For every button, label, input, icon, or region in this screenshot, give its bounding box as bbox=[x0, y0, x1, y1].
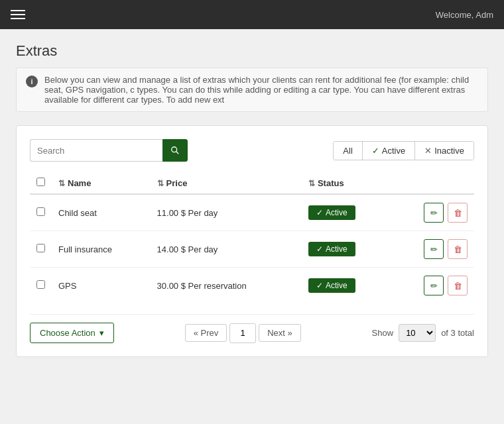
show-select[interactable]: 10 25 50 100 bbox=[399, 324, 436, 342]
main-card: All ✓Active ✕Inactive ⇅Name ⇅Price ⇅Stat… bbox=[16, 125, 488, 357]
row-checkbox-2[interactable] bbox=[36, 280, 45, 289]
row-status: ✓ Active bbox=[302, 231, 390, 268]
bottom-row: Choose Action ▾ « Prev Next » Show 10 25… bbox=[30, 314, 474, 343]
row-checkbox-cell bbox=[30, 231, 52, 268]
row-status: ✓ Active bbox=[302, 194, 390, 231]
select-all-header bbox=[30, 172, 52, 194]
row-checkbox-1[interactable] bbox=[36, 244, 45, 252]
row-name: Full insurance bbox=[52, 231, 151, 268]
select-all-checkbox[interactable] bbox=[36, 178, 45, 186]
row-checkbox-cell bbox=[30, 194, 52, 231]
row-status: ✓ Active bbox=[302, 268, 390, 304]
extras-table: ⇅Name ⇅Price ⇅Status Child seat 11.00 $ … bbox=[30, 172, 474, 303]
row-name: Child seat bbox=[52, 194, 151, 231]
row-price: 11.00 $ Per day bbox=[151, 194, 302, 231]
choose-action-button[interactable]: Choose Action ▾ bbox=[30, 323, 114, 343]
show-total-area: Show 10 25 50 100 of 3 total bbox=[372, 324, 474, 342]
col-name: ⇅Name bbox=[52, 172, 151, 194]
filter-buttons: All ✓Active ✕Inactive bbox=[333, 141, 474, 160]
action-buttons: ✏ 🗑 bbox=[397, 203, 468, 223]
row-actions: ✏ 🗑 bbox=[390, 194, 474, 231]
next-page-button[interactable]: Next » bbox=[259, 324, 301, 342]
check-icon: ✓ bbox=[316, 208, 323, 217]
row-price: 30.00 $ Per reservation bbox=[151, 268, 302, 304]
check-icon: ✓ bbox=[316, 244, 323, 254]
page-number-input[interactable] bbox=[229, 323, 256, 343]
filter-all-button[interactable]: All bbox=[334, 142, 362, 160]
edit-button[interactable]: ✏ bbox=[424, 239, 444, 259]
check-icon: ✓ bbox=[316, 281, 323, 290]
dropdown-caret-icon: ▾ bbox=[99, 328, 104, 338]
row-checkbox-cell bbox=[30, 268, 52, 304]
delete-button[interactable]: 🗑 bbox=[448, 239, 468, 259]
search-icon bbox=[170, 146, 180, 155]
delete-button[interactable]: 🗑 bbox=[448, 276, 468, 295]
col-price: ⇅Price bbox=[151, 172, 302, 194]
total-label: of 3 total bbox=[441, 328, 474, 338]
status-badge: ✓ Active bbox=[308, 205, 355, 220]
row-actions: ✏ 🗑 bbox=[390, 231, 474, 268]
table-row: GPS 30.00 $ Per reservation ✓ Active ✏ 🗑 bbox=[30, 268, 474, 304]
row-price: 14.00 $ Per day bbox=[151, 231, 302, 268]
info-text: Below you can view and manage a list of … bbox=[44, 75, 478, 105]
delete-button[interactable]: 🗑 bbox=[448, 203, 468, 223]
row-name: GPS bbox=[52, 268, 151, 304]
search-button[interactable] bbox=[162, 139, 188, 162]
prev-page-button[interactable]: « Prev bbox=[185, 324, 227, 342]
search-input[interactable] bbox=[30, 139, 162, 162]
info-bar: i Below you can view and manage a list o… bbox=[16, 68, 488, 112]
svg-point-0 bbox=[172, 147, 177, 152]
col-status: ⇅Status bbox=[302, 172, 390, 194]
pagination: « Prev Next » bbox=[185, 323, 301, 343]
action-buttons: ✏ 🗑 bbox=[397, 276, 468, 295]
info-icon: i bbox=[26, 76, 38, 87]
edit-button[interactable]: ✏ bbox=[424, 276, 444, 295]
filter-inactive-button[interactable]: ✕Inactive bbox=[415, 142, 473, 160]
search-filter-row: All ✓Active ✕Inactive bbox=[30, 139, 474, 162]
page-title: Extras bbox=[16, 42, 488, 60]
edit-button[interactable]: ✏ bbox=[424, 203, 444, 223]
svg-line-1 bbox=[176, 152, 179, 154]
col-actions bbox=[390, 172, 474, 194]
table-row: Child seat 11.00 $ Per day ✓ Active ✏ 🗑 bbox=[30, 194, 474, 231]
action-buttons: ✏ 🗑 bbox=[397, 239, 468, 259]
row-checkbox-0[interactable] bbox=[36, 207, 45, 216]
status-badge: ✓ Active bbox=[308, 278, 355, 293]
status-badge: ✓ Active bbox=[308, 242, 355, 256]
row-actions: ✏ 🗑 bbox=[390, 268, 474, 304]
page-content: Extras i Below you can view and manage a… bbox=[0, 29, 504, 370]
table-row: Full insurance 14.00 $ Per day ✓ Active … bbox=[30, 231, 474, 268]
filter-active-button[interactable]: ✓Active bbox=[363, 142, 415, 160]
hamburger-menu[interactable] bbox=[11, 10, 25, 19]
show-label: Show bbox=[372, 328, 394, 338]
choose-action-label: Choose Action bbox=[40, 328, 95, 338]
welcome-text: Welcome, Adm bbox=[436, 10, 493, 20]
search-box bbox=[30, 139, 188, 162]
top-nav: Welcome, Adm bbox=[0, 0, 504, 29]
